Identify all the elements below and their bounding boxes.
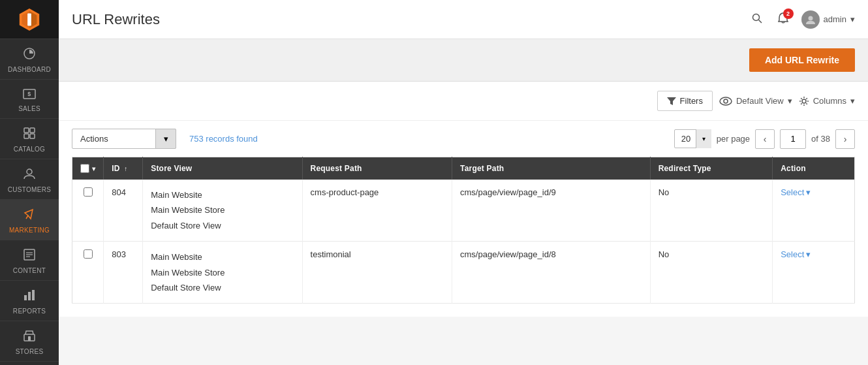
svg-rect-18 <box>28 292 31 300</box>
store-line-1: Main Website <box>151 249 294 264</box>
filters-button[interactable]: Filters <box>657 91 713 111</box>
actions-select-wrap: Actions ▾ <box>72 129 176 149</box>
th-action-label: Action <box>781 164 806 173</box>
page-number-input[interactable] <box>780 129 806 149</box>
action-bar: Add URL Rewrite <box>59 39 868 82</box>
view-label: Default View <box>736 96 784 106</box>
sidebar-item-dashboard[interactable]: DASHBOARD <box>0 39 59 80</box>
search-button[interactable] <box>749 10 765 29</box>
columns-label: Columns <box>813 96 846 106</box>
sidebar-item-marketing[interactable]: MARKETING <box>0 200 59 240</box>
per-page-select-wrap: 20 30 50 ▾ <box>674 129 711 148</box>
content-icon <box>23 248 36 264</box>
row-target-path: cms/page/view/page_id/8 <box>452 242 651 304</box>
row-checkbox-cell <box>72 180 104 242</box>
data-table: ▾ ID ↑ Store View Request Path <box>72 157 855 304</box>
svg-line-23 <box>758 20 762 23</box>
th-action: Action <box>773 157 855 180</box>
gear-icon <box>799 96 809 106</box>
sidebar-item-catalog[interactable]: CATALOG <box>0 119 59 159</box>
sidebar-item-stores[interactable]: STORES <box>0 321 59 362</box>
svg-rect-7 <box>24 128 29 133</box>
svg-rect-19 <box>32 290 35 300</box>
catalog-icon <box>23 127 36 143</box>
grid-controls: Filters Default View ▾ Columns ▾ <box>59 82 868 121</box>
row-select-label: Select <box>781 187 804 197</box>
header-actions: 2 admin ▾ <box>749 10 855 29</box>
svg-point-11 <box>27 169 32 174</box>
sidebar-item-stores-label: STORES <box>16 348 44 356</box>
sidebar: DASHBOARD $ SALES CATALOG CUSTOMERS MARK… <box>0 0 59 365</box>
table-header-row: ▾ ID ↑ Store View Request Path <box>72 157 855 180</box>
dashboard-icon <box>23 47 36 63</box>
filter-icon <box>667 97 676 105</box>
per-page-label: per page <box>717 134 750 144</box>
select-all-checkbox[interactable] <box>80 164 89 173</box>
row-id: 803 <box>104 242 143 304</box>
th-redirect-type-label: Redirect Type <box>659 164 711 173</box>
eye-icon <box>719 97 732 106</box>
row-checkbox[interactable] <box>84 249 93 259</box>
actions-select[interactable]: Actions <box>72 129 176 149</box>
add-url-rewrite-button[interactable]: Add URL Rewrite <box>749 48 855 72</box>
svg-line-12 <box>26 215 28 219</box>
th-request-path: Request Path <box>302 157 452 180</box>
sidebar-item-sales[interactable]: $ SALES <box>0 80 59 119</box>
svg-rect-3 <box>27 13 31 25</box>
svg-point-28 <box>802 99 806 103</box>
row-redirect-type: No <box>650 242 773 304</box>
th-target-path: Target Path <box>452 157 651 180</box>
row-select-label: Select <box>781 249 804 259</box>
sidebar-logo <box>0 0 59 39</box>
top-header: URL Rewrites 2 admin ▾ <box>59 0 868 39</box>
th-store-view-label: Store View <box>151 164 192 173</box>
row-select-link[interactable]: Select ▾ <box>781 187 846 197</box>
columns-button[interactable]: Columns ▾ <box>799 96 855 106</box>
svg-point-27 <box>724 99 728 103</box>
row-checkbox[interactable] <box>84 187 93 197</box>
store-line-1: Main Website <box>151 187 294 202</box>
view-select-wrap: Default View ▾ <box>719 96 792 106</box>
records-count: 753 records found <box>189 134 258 144</box>
svg-rect-8 <box>30 128 35 133</box>
per-page-select[interactable]: 20 30 50 <box>674 129 711 148</box>
svg-rect-21 <box>28 336 31 341</box>
select-all-dropdown-icon[interactable]: ▾ <box>92 165 95 172</box>
notifications-button[interactable]: 2 <box>775 10 791 29</box>
sidebar-item-reports-label: REPORTS <box>13 308 46 315</box>
select-dropdown-icon[interactable]: ▾ <box>806 249 811 259</box>
th-request-path-label: Request Path <box>311 164 362 173</box>
row-select-link[interactable]: Select ▾ <box>781 249 846 259</box>
row-actions-bar: Actions ▾ 753 records found 20 30 50 ▾ p <box>72 121 855 157</box>
page-title: URL Rewrites <box>72 11 160 28</box>
svg-rect-9 <box>24 134 29 138</box>
svg-rect-17 <box>24 295 27 300</box>
table-header: ▾ ID ↑ Store View Request Path <box>72 157 855 180</box>
stores-icon <box>23 329 36 345</box>
admin-user-menu[interactable]: admin ▾ <box>801 10 855 29</box>
row-target-path: cms/page/view/page_id/9 <box>452 180 651 242</box>
sidebar-item-customers[interactable]: CUSTOMERS <box>0 159 59 200</box>
row-store-view: Main Website Main Website Store Default … <box>143 242 302 304</box>
svg-text:$: $ <box>27 91 31 97</box>
row-checkbox-cell <box>72 242 104 304</box>
store-line-3: Default Store View <box>151 218 294 233</box>
sidebar-item-content[interactable]: CONTENT <box>0 240 59 281</box>
store-line-2: Main Website Store <box>151 202 294 217</box>
th-checkbox: ▾ <box>72 157 104 180</box>
admin-label: admin <box>824 14 846 24</box>
table-area: Actions ▾ 753 records found 20 30 50 ▾ p <box>59 121 868 317</box>
pagination: 20 30 50 ▾ per page ‹ of 38 › <box>674 129 855 149</box>
row-redirect-type: No <box>650 180 773 242</box>
sidebar-item-marketing-label: MARKETING <box>9 227 50 234</box>
row-store-view: Main Website Main Website Store Default … <box>143 180 302 242</box>
select-dropdown-icon[interactable]: ▾ <box>806 187 811 197</box>
customers-icon <box>23 167 36 183</box>
view-dropdown-icon[interactable]: ▾ <box>788 96 792 106</box>
table-body: 804 Main Website Main Website Store Defa… <box>72 180 855 304</box>
sidebar-item-reports[interactable]: REPORTS <box>0 281 59 321</box>
next-page-button[interactable]: › <box>835 129 855 149</box>
prev-page-button[interactable]: ‹ <box>755 129 775 149</box>
main-content: URL Rewrites 2 admin ▾ Add URL Rewrite <box>59 0 868 365</box>
sort-icon[interactable]: ↑ <box>124 165 127 172</box>
